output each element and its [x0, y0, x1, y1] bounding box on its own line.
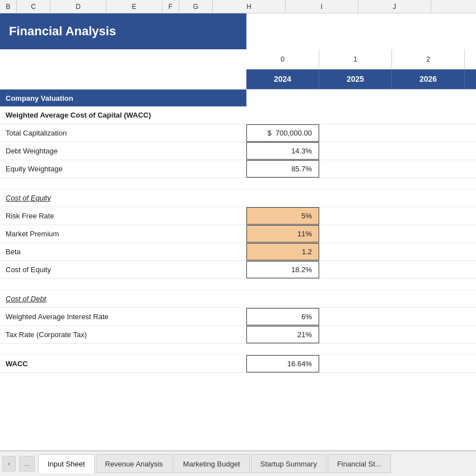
risk-free-rate-row: Risk Free Rate 5%: [0, 207, 476, 225]
col-h: H: [213, 0, 286, 13]
tab-startup-summary[interactable]: Startup Summary: [251, 454, 326, 473]
risk-free-rate-label: Risk Free Rate: [0, 212, 246, 220]
debt-weightage-label: Debt Weightage: [0, 147, 246, 155]
weighted-avg-interest-row: Weighted Average Interest Rate 6%: [0, 308, 476, 326]
debt-weightage-row: Debt Weightage 14.3%: [0, 142, 476, 160]
year-num-3: 3: [465, 49, 476, 69]
col-c: C: [17, 0, 50, 13]
year-label-2024: 2024: [246, 69, 319, 90]
spacer-2: [0, 279, 476, 290]
col-j: J: [358, 0, 431, 13]
year-label-extra: [465, 69, 476, 90]
company-valuation-header: Company Valuation: [0, 90, 246, 106]
label-area-spacer: [0, 49, 246, 89]
beta-row: Beta 1.2: [0, 243, 476, 261]
tab-revenue-analysis[interactable]: Revenue Analysis: [96, 454, 172, 473]
equity-weightage-value[interactable]: 85.7%: [246, 160, 319, 178]
tab-financial-st[interactable]: Financial St...: [328, 454, 391, 473]
col-f: F: [162, 0, 179, 13]
col-i: I: [286, 0, 358, 13]
spreadsheet-area: Financial Analysis 0 1 2 3 2024 2025 202…: [0, 13, 476, 450]
tax-rate-value[interactable]: 21%: [246, 326, 319, 343]
market-premium-label: Market Premium: [0, 230, 246, 238]
market-premium-value[interactable]: 11%: [246, 225, 319, 242]
year-label-2026: 2026: [392, 69, 465, 90]
year-header-row: 0 1 2 3 2024 2025 2026: [0, 49, 476, 90]
tab-more-button[interactable]: ...: [19, 456, 35, 472]
equity-weightage-label: Equity Weightage: [0, 165, 246, 173]
column-headers: B C D E F G H I J: [0, 0, 476, 13]
col-g: G: [179, 0, 213, 13]
title-row: Financial Analysis: [0, 13, 246, 49]
debt-weightage-value[interactable]: 14.3%: [246, 142, 319, 160]
wacc-label: WACC: [0, 360, 246, 368]
tab-input-sheet[interactable]: Input Sheet: [38, 454, 95, 473]
risk-free-rate-value[interactable]: 5%: [246, 207, 319, 225]
total-cap-label: Total Capitalization: [0, 129, 246, 137]
year-num-2: 2: [392, 49, 465, 69]
data-rows-wrapper: Company Valuation Weighted Average Cost …: [0, 90, 476, 450]
wacc-value-row: WACC 16.64%: [0, 355, 476, 373]
year-num-0: 0: [246, 49, 319, 69]
weighted-avg-interest-label: Weighted Average Interest Rate: [0, 312, 246, 321]
tab-back-button[interactable]: ›: [2, 456, 16, 472]
wacc-value[interactable]: 16.64%: [246, 355, 319, 372]
cost-of-equity-heading: Cost of Equity: [0, 194, 246, 202]
tab-bar: › ... Input Sheet Revenue Analysis Marke…: [0, 450, 476, 476]
tax-rate-label: Tax Rate (Corporate Tax): [0, 330, 246, 339]
col-e: E: [106, 0, 162, 13]
year-label-2025: 2025: [319, 69, 392, 90]
cost-of-debt-heading-row: Cost of Debt: [0, 290, 476, 308]
total-capitalization-row: Total Capitalization $ 700,000.00: [0, 124, 476, 142]
spacer-1: [0, 178, 476, 189]
equity-weightage-row: Equity Weightage 85.7%: [0, 160, 476, 178]
tab-marketing-budget[interactable]: Marketing Budget: [174, 454, 250, 473]
beta-label: Beta: [0, 248, 246, 256]
spacer-3: [0, 344, 476, 355]
cost-of-equity-heading-row: Cost of Equity: [0, 189, 476, 207]
beta-value[interactable]: 1.2: [246, 243, 319, 260]
year-labels-row: 2024 2025 2026: [246, 69, 476, 90]
weighted-avg-interest-value[interactable]: 6%: [246, 308, 319, 325]
year-numbers-row: 0 1 2 3: [246, 49, 476, 69]
market-premium-row: Market Premium 11%: [0, 225, 476, 243]
wacc-title-label: Weighted Average Cost of Capital (WACC): [0, 111, 246, 119]
spreadsheet-title: Financial Analysis: [9, 24, 116, 39]
year-num-1: 1: [319, 49, 392, 69]
cost-of-debt-heading: Cost of Debt: [0, 295, 246, 303]
cost-of-equity-value-row: Cost of Equity 18.2%: [0, 261, 476, 279]
wacc-title-row: Weighted Average Cost of Capital (WACC): [0, 106, 476, 124]
cost-of-equity-value-label: Cost of Equity: [0, 265, 246, 274]
col-b: B: [0, 0, 17, 13]
col-d: D: [50, 0, 106, 13]
cost-of-equity-value[interactable]: 18.2%: [246, 261, 319, 278]
tax-rate-row: Tax Rate (Corporate Tax) 21%: [0, 326, 476, 344]
total-cap-value[interactable]: $ 700,000.00: [246, 124, 319, 142]
